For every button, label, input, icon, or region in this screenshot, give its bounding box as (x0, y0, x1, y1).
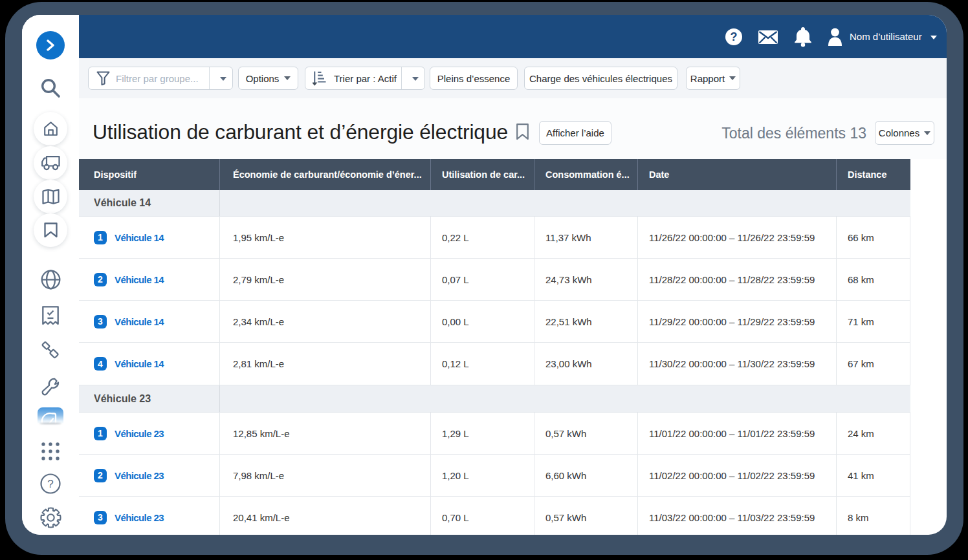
svg-text:?: ? (47, 478, 53, 490)
